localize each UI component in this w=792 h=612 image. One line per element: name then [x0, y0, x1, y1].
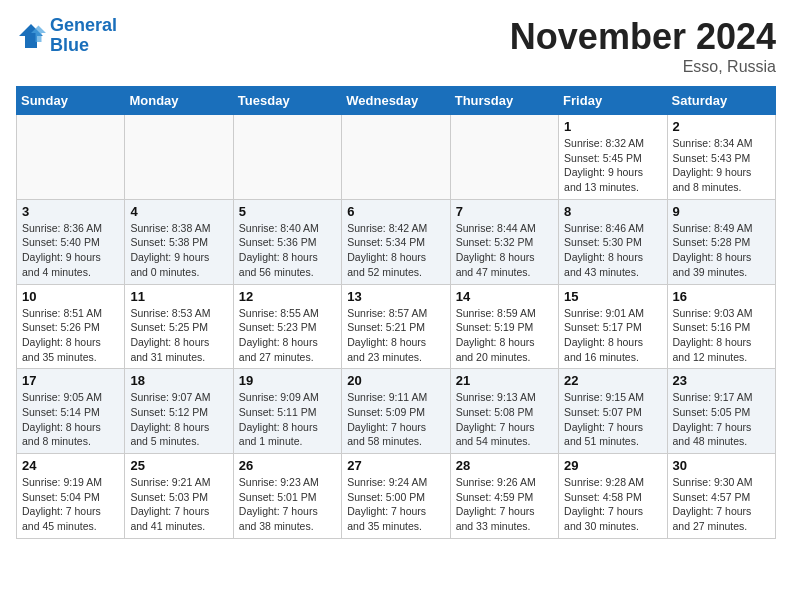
- day-number: 23: [673, 373, 770, 388]
- day-number: 24: [22, 458, 119, 473]
- sun-info: Sunrise: 9:17 AM Sunset: 5:05 PM Dayligh…: [673, 390, 770, 449]
- sun-info: Sunrise: 8:59 AM Sunset: 5:19 PM Dayligh…: [456, 306, 553, 365]
- day-number: 28: [456, 458, 553, 473]
- weekday-header: Saturday: [667, 87, 775, 115]
- calendar-header: SundayMondayTuesdayWednesdayThursdayFrid…: [17, 87, 776, 115]
- calendar-cell: 5Sunrise: 8:40 AM Sunset: 5:36 PM Daylig…: [233, 199, 341, 284]
- sun-info: Sunrise: 8:46 AM Sunset: 5:30 PM Dayligh…: [564, 221, 661, 280]
- day-number: 3: [22, 204, 119, 219]
- logo: General Blue: [16, 16, 117, 56]
- day-number: 14: [456, 289, 553, 304]
- calendar-cell: 28Sunrise: 9:26 AM Sunset: 4:59 PM Dayli…: [450, 454, 558, 539]
- day-number: 1: [564, 119, 661, 134]
- sun-info: Sunrise: 8:55 AM Sunset: 5:23 PM Dayligh…: [239, 306, 336, 365]
- sun-info: Sunrise: 8:34 AM Sunset: 5:43 PM Dayligh…: [673, 136, 770, 195]
- calendar-cell: 17Sunrise: 9:05 AM Sunset: 5:14 PM Dayli…: [17, 369, 125, 454]
- calendar-week: 1Sunrise: 8:32 AM Sunset: 5:45 PM Daylig…: [17, 115, 776, 200]
- day-number: 26: [239, 458, 336, 473]
- sun-info: Sunrise: 8:51 AM Sunset: 5:26 PM Dayligh…: [22, 306, 119, 365]
- calendar-body: 1Sunrise: 8:32 AM Sunset: 5:45 PM Daylig…: [17, 115, 776, 539]
- sun-info: Sunrise: 8:49 AM Sunset: 5:28 PM Dayligh…: [673, 221, 770, 280]
- calendar-cell: 26Sunrise: 9:23 AM Sunset: 5:01 PM Dayli…: [233, 454, 341, 539]
- calendar-cell: [450, 115, 558, 200]
- day-number: 22: [564, 373, 661, 388]
- day-number: 16: [673, 289, 770, 304]
- calendar-cell: [233, 115, 341, 200]
- calendar-cell: 1Sunrise: 8:32 AM Sunset: 5:45 PM Daylig…: [559, 115, 667, 200]
- calendar-cell: 11Sunrise: 8:53 AM Sunset: 5:25 PM Dayli…: [125, 284, 233, 369]
- logo-icon: [16, 21, 46, 51]
- sun-info: Sunrise: 9:09 AM Sunset: 5:11 PM Dayligh…: [239, 390, 336, 449]
- day-number: 13: [347, 289, 444, 304]
- sun-info: Sunrise: 9:28 AM Sunset: 4:58 PM Dayligh…: [564, 475, 661, 534]
- calendar-cell: 4Sunrise: 8:38 AM Sunset: 5:38 PM Daylig…: [125, 199, 233, 284]
- weekday-header: Friday: [559, 87, 667, 115]
- calendar-cell: 25Sunrise: 9:21 AM Sunset: 5:03 PM Dayli…: [125, 454, 233, 539]
- sun-info: Sunrise: 9:15 AM Sunset: 5:07 PM Dayligh…: [564, 390, 661, 449]
- calendar-week: 3Sunrise: 8:36 AM Sunset: 5:40 PM Daylig…: [17, 199, 776, 284]
- sun-info: Sunrise: 9:30 AM Sunset: 4:57 PM Dayligh…: [673, 475, 770, 534]
- calendar-cell: 24Sunrise: 9:19 AM Sunset: 5:04 PM Dayli…: [17, 454, 125, 539]
- weekday-header: Monday: [125, 87, 233, 115]
- sun-info: Sunrise: 9:23 AM Sunset: 5:01 PM Dayligh…: [239, 475, 336, 534]
- day-number: 30: [673, 458, 770, 473]
- sun-info: Sunrise: 9:13 AM Sunset: 5:08 PM Dayligh…: [456, 390, 553, 449]
- calendar-cell: [342, 115, 450, 200]
- sun-info: Sunrise: 9:01 AM Sunset: 5:17 PM Dayligh…: [564, 306, 661, 365]
- day-number: 9: [673, 204, 770, 219]
- calendar-cell: 21Sunrise: 9:13 AM Sunset: 5:08 PM Dayli…: [450, 369, 558, 454]
- calendar-cell: 15Sunrise: 9:01 AM Sunset: 5:17 PM Dayli…: [559, 284, 667, 369]
- sun-info: Sunrise: 8:32 AM Sunset: 5:45 PM Dayligh…: [564, 136, 661, 195]
- calendar-cell: 27Sunrise: 9:24 AM Sunset: 5:00 PM Dayli…: [342, 454, 450, 539]
- calendar-cell: [125, 115, 233, 200]
- calendar-cell: 6Sunrise: 8:42 AM Sunset: 5:34 PM Daylig…: [342, 199, 450, 284]
- sun-info: Sunrise: 8:57 AM Sunset: 5:21 PM Dayligh…: [347, 306, 444, 365]
- weekday-row: SundayMondayTuesdayWednesdayThursdayFrid…: [17, 87, 776, 115]
- sun-info: Sunrise: 8:38 AM Sunset: 5:38 PM Dayligh…: [130, 221, 227, 280]
- weekday-header: Thursday: [450, 87, 558, 115]
- logo-line2: Blue: [50, 35, 89, 55]
- calendar-week: 17Sunrise: 9:05 AM Sunset: 5:14 PM Dayli…: [17, 369, 776, 454]
- calendar-cell: 20Sunrise: 9:11 AM Sunset: 5:09 PM Dayli…: [342, 369, 450, 454]
- calendar-cell: 8Sunrise: 8:46 AM Sunset: 5:30 PM Daylig…: [559, 199, 667, 284]
- day-number: 17: [22, 373, 119, 388]
- day-number: 10: [22, 289, 119, 304]
- calendar-week: 10Sunrise: 8:51 AM Sunset: 5:26 PM Dayli…: [17, 284, 776, 369]
- sun-info: Sunrise: 9:26 AM Sunset: 4:59 PM Dayligh…: [456, 475, 553, 534]
- calendar-cell: 16Sunrise: 9:03 AM Sunset: 5:16 PM Dayli…: [667, 284, 775, 369]
- calendar-cell: 9Sunrise: 8:49 AM Sunset: 5:28 PM Daylig…: [667, 199, 775, 284]
- sun-info: Sunrise: 8:36 AM Sunset: 5:40 PM Dayligh…: [22, 221, 119, 280]
- sun-info: Sunrise: 9:11 AM Sunset: 5:09 PM Dayligh…: [347, 390, 444, 449]
- sun-info: Sunrise: 8:53 AM Sunset: 5:25 PM Dayligh…: [130, 306, 227, 365]
- sun-info: Sunrise: 9:03 AM Sunset: 5:16 PM Dayligh…: [673, 306, 770, 365]
- day-number: 21: [456, 373, 553, 388]
- calendar-cell: 23Sunrise: 9:17 AM Sunset: 5:05 PM Dayli…: [667, 369, 775, 454]
- day-number: 29: [564, 458, 661, 473]
- calendar-week: 24Sunrise: 9:19 AM Sunset: 5:04 PM Dayli…: [17, 454, 776, 539]
- calendar: SundayMondayTuesdayWednesdayThursdayFrid…: [16, 86, 776, 539]
- sun-info: Sunrise: 9:24 AM Sunset: 5:00 PM Dayligh…: [347, 475, 444, 534]
- title-area: November 2024 Esso, Russia: [510, 16, 776, 76]
- sun-info: Sunrise: 8:40 AM Sunset: 5:36 PM Dayligh…: [239, 221, 336, 280]
- calendar-cell: 12Sunrise: 8:55 AM Sunset: 5:23 PM Dayli…: [233, 284, 341, 369]
- calendar-cell: 10Sunrise: 8:51 AM Sunset: 5:26 PM Dayli…: [17, 284, 125, 369]
- calendar-cell: 19Sunrise: 9:09 AM Sunset: 5:11 PM Dayli…: [233, 369, 341, 454]
- day-number: 5: [239, 204, 336, 219]
- day-number: 18: [130, 373, 227, 388]
- calendar-cell: 22Sunrise: 9:15 AM Sunset: 5:07 PM Dayli…: [559, 369, 667, 454]
- calendar-cell: 2Sunrise: 8:34 AM Sunset: 5:43 PM Daylig…: [667, 115, 775, 200]
- day-number: 12: [239, 289, 336, 304]
- day-number: 20: [347, 373, 444, 388]
- location: Esso, Russia: [510, 58, 776, 76]
- calendar-cell: 7Sunrise: 8:44 AM Sunset: 5:32 PM Daylig…: [450, 199, 558, 284]
- calendar-cell: [17, 115, 125, 200]
- sun-info: Sunrise: 8:42 AM Sunset: 5:34 PM Dayligh…: [347, 221, 444, 280]
- sun-info: Sunrise: 9:19 AM Sunset: 5:04 PM Dayligh…: [22, 475, 119, 534]
- sun-info: Sunrise: 9:05 AM Sunset: 5:14 PM Dayligh…: [22, 390, 119, 449]
- day-number: 7: [456, 204, 553, 219]
- sun-info: Sunrise: 9:21 AM Sunset: 5:03 PM Dayligh…: [130, 475, 227, 534]
- logo-line1: General: [50, 15, 117, 35]
- day-number: 25: [130, 458, 227, 473]
- day-number: 11: [130, 289, 227, 304]
- sun-info: Sunrise: 8:44 AM Sunset: 5:32 PM Dayligh…: [456, 221, 553, 280]
